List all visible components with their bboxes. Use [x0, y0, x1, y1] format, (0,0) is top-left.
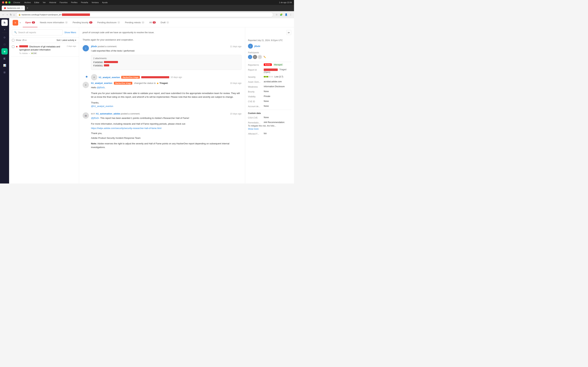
- sort-select[interactable]: Sort: Latest activity ▾: [57, 39, 76, 42]
- forward-button[interactable]: →: [6, 13, 9, 16]
- menu-ayuda[interactable]: Ayuda: [102, 1, 108, 3]
- attachment-item-2: F3456561:: [93, 64, 239, 67]
- home-button[interactable]: ⌂: [13, 13, 15, 16]
- meta-bounty-value: None: [264, 90, 291, 93]
- report-item[interactable]: Disclosure of git metadata and springboo…: [9, 43, 79, 57]
- report-title: Disclosure of git metadata and springboo…: [19, 45, 65, 51]
- meta-report-id-value: Triaged (Open): [264, 68, 291, 73]
- severity-text: Low: [33, 52, 36, 54]
- comment-text-jf0x0r: I add exported files of the tests I perf…: [91, 49, 242, 53]
- meta-cisa-cve: CISA CVE None: [248, 116, 291, 119]
- sort-label: Sort:: [57, 39, 61, 42]
- commenter-name-jf0x0r: jf0x0r: [91, 45, 97, 48]
- tab-pending-retests[interactable]: Pending retests -: [122, 18, 147, 27]
- search-placeholder: Search all reports: [18, 31, 36, 34]
- tab-pending-bounty[interactable]: Pending bounty 1: [70, 18, 95, 27]
- meta-remediation: Remediatio... ### Recommendation: To mit…: [248, 121, 291, 130]
- extensions-icon[interactable]: 🧩: [280, 13, 283, 16]
- menu-historial[interactable]: Historial: [49, 1, 56, 3]
- meta-reported-to-value: Adobe Managed: [264, 63, 283, 66]
- header-dropdown[interactable]: ▾: [20, 22, 21, 24]
- metadata-panel: ≫ Reported July 21, 2024, 9:01pm UTC j j…: [245, 27, 294, 184]
- tab-pending-bounty-badge: 1: [89, 21, 92, 24]
- sidebar-dropdown[interactable]: ▾: [3, 28, 6, 31]
- tab-needs-more-info-label: Needs more information: [40, 21, 64, 24]
- tab-open-badge: 1: [32, 21, 35, 24]
- comment-header-triage: h1_analyst_everton HackerOne triage chan…: [91, 82, 242, 84]
- bot-note: Note: Adobe reserves the right to adjust…: [91, 142, 242, 149]
- show-more-button[interactable]: Show more: [248, 128, 259, 130]
- sidebar-item-programs[interactable]: ◧: [1, 55, 8, 61]
- bot-thanks: Thank you,: [91, 132, 242, 135]
- sidebar-item-home[interactable]: ⊙: [1, 34, 8, 41]
- attachment-2-name: F3456561:: [93, 65, 103, 67]
- tab-all-badge: 1: [153, 21, 156, 24]
- triage-sig-mention: @h1_analyst_everton: [91, 105, 113, 108]
- select-all-checkbox[interactable]: [12, 39, 14, 42]
- sidebar-item-integrations[interactable]: ⊞: [1, 69, 8, 75]
- meta-severity: Severity Low (3.7): [248, 75, 291, 78]
- severity-seg-3: [269, 76, 271, 77]
- meta-reporter-name[interactable]: jf0x0r: [254, 45, 260, 48]
- meta-visibility-value: Private: [264, 95, 291, 98]
- show-more-container: Show more: [248, 128, 259, 130]
- meta-user-row: j jf0x0r: [248, 44, 291, 49]
- menu-perfiles[interactable]: Perfiles: [71, 1, 78, 3]
- minimize-button[interactable]: [5, 1, 7, 3]
- tab-open-label: Open: [25, 21, 31, 24]
- header-logo: h: [13, 20, 18, 25]
- traffic-lights[interactable]: [2, 1, 10, 3]
- meta-affected-value: NA: [264, 132, 291, 135]
- meta-visibility: Visibility Private: [248, 95, 291, 98]
- meta-reported-to: Reported to Adobe Managed: [248, 63, 291, 66]
- tab-needs-more-info[interactable]: Needs more information -: [37, 18, 70, 27]
- url-bar[interactable]: 🔒 hackerone.com/bugs?subject=user&report…: [16, 12, 273, 17]
- tab-pending-disclosure[interactable]: Pending disclosure -: [95, 18, 122, 27]
- fullscreen-button[interactable]: [9, 1, 10, 3]
- show-count-select[interactable]: Show: 25 ▾: [16, 39, 26, 42]
- tab-draft-label: Draft: [161, 21, 165, 24]
- sidebar-item-inbox[interactable]: □: [1, 41, 8, 48]
- menu-editar[interactable]: Editar: [34, 1, 39, 3]
- menu-ver[interactable]: Ver: [43, 1, 46, 3]
- hall-of-fame-link[interactable]: https://helpx.adobe.com/security/securit…: [91, 127, 161, 130]
- meta-divider-1: [248, 62, 291, 62]
- menu-archivo[interactable]: Archivo: [24, 1, 31, 3]
- bot-note-label: Note:: [91, 142, 97, 145]
- search-box[interactable]: 🔍 Search all reports: [12, 29, 63, 35]
- avatar-bot: 🤖: [83, 112, 89, 119]
- meta-collapse-button[interactable]: ≫: [286, 30, 291, 35]
- menu-pestana[interactable]: Pestaña: [81, 1, 88, 3]
- tab-close-icon[interactable]: ✕: [21, 7, 23, 9]
- show-dropdown-icon: ▾: [25, 39, 26, 42]
- meta-weakness: Weakness Information Disclosure: [248, 85, 291, 88]
- profile-icon[interactable]: 👤: [285, 13, 287, 16]
- severity-text: Low (3.7): [274, 75, 283, 78]
- comment-jf0x0r: j jf0x0r posted a comment. 11 days ago I…: [83, 45, 242, 70]
- tab-draft[interactable]: Draft -: [158, 18, 172, 27]
- new-tab-button[interactable]: +: [26, 7, 29, 10]
- show-filters-button[interactable]: Show filters: [64, 31, 76, 34]
- sidebar-item-analytics[interactable]: 📊: [1, 62, 8, 68]
- close-button[interactable]: [2, 1, 4, 3]
- report-checkbox[interactable]: [12, 45, 14, 48]
- tab-all[interactable]: All 1: [147, 18, 158, 27]
- sidebar-item-active[interactable]: ◈: [1, 48, 8, 55]
- url-redacted: [62, 13, 90, 16]
- meta-severity-value: Low (3.7): [264, 75, 283, 78]
- tab-all-label: All: [149, 21, 152, 24]
- participants-edit-icon[interactable]: ✏️: [263, 56, 266, 58]
- report-id-redacted: [264, 68, 278, 71]
- back-button[interactable]: ←: [2, 13, 5, 16]
- tab-pending-bounty-label: Pending bounty: [73, 21, 88, 24]
- reload-button[interactable]: ↻: [10, 13, 12, 16]
- bot-more-info: For more information, including rewards …: [91, 122, 242, 126]
- menu-dots-icon[interactable]: ⋮: [290, 13, 292, 16]
- report-content-panel[interactable]: proof of concept code until we have an o…: [79, 27, 245, 184]
- menu-ventana[interactable]: Ventana: [92, 1, 98, 3]
- menu-favoritos[interactable]: Favoritos: [60, 1, 68, 3]
- tab-open[interactable]: Open 1: [23, 18, 37, 27]
- browser-tab-active[interactable]: 🔴 hackerone.com ✕: [2, 6, 25, 10]
- bookmark-icon[interactable]: ☆: [276, 13, 278, 16]
- lock-icon: 🔒: [18, 13, 21, 16]
